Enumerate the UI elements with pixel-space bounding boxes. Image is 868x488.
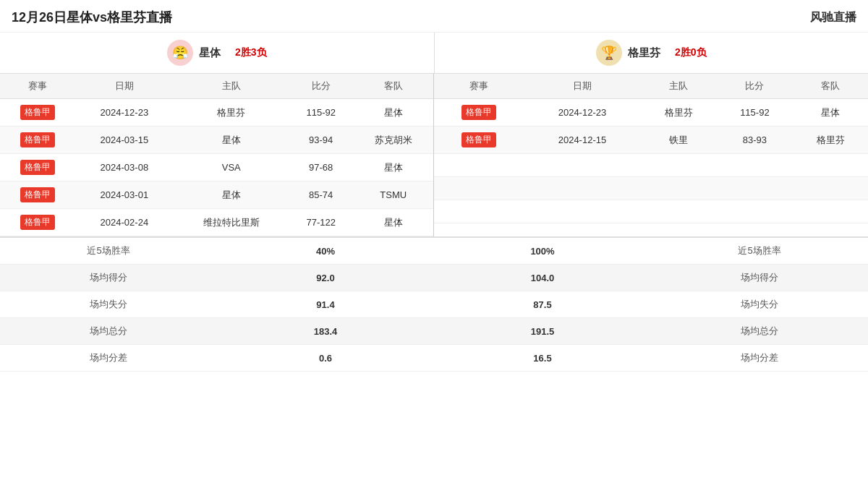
stats-section: 近5场胜率 40% 100% 近5场胜率 场均得分 92.0 104.0 场均得… — [0, 236, 868, 372]
game-date: 2024-03-01 — [75, 181, 174, 209]
game-date: 2024-12-23 — [75, 99, 174, 127]
game-date: 2024-12-23 — [523, 99, 642, 127]
empty-row — [434, 200, 868, 223]
event-tag: 格鲁甲 — [0, 154, 75, 181]
stat-row: 场均失分 91.4 87.5 场均失分 — [0, 291, 868, 318]
table-row: 格鲁甲 2024-12-23 格里芬 115-92 星体 — [0, 99, 433, 127]
stat-value-left: 91.4 — [217, 291, 434, 318]
home-team: 铁里 — [642, 127, 716, 154]
stat-label-left: 场均得分 — [0, 265, 217, 291]
stat-label-right: 场均得分 — [651, 265, 868, 291]
right-col-date: 日期 — [523, 74, 642, 99]
right-team-record: 2胜0负 — [675, 46, 707, 59]
stat-label-right: 近5场胜率 — [651, 238, 868, 265]
empty-row — [434, 177, 868, 200]
game-score: 85-74 — [289, 181, 353, 209]
away-team: 星体 — [793, 99, 868, 127]
stat-row: 近5场胜率 40% 100% 近5场胜率 — [0, 238, 868, 265]
away-team: 苏克胡米 — [353, 127, 433, 154]
right-col-score: 比分 — [716, 74, 793, 99]
table-row: 格鲁甲 2024-12-15 铁里 83-93 格里芬 — [434, 127, 868, 154]
stat-value-left: 0.6 — [217, 345, 434, 372]
game-score: 115-92 — [716, 99, 793, 127]
left-col-away: 客队 — [353, 74, 433, 99]
game-date: 2024-12-15 — [523, 127, 642, 154]
table-row: 格鲁甲 2024-03-15 星体 93-94 苏克胡米 — [0, 127, 433, 154]
away-team: 星体 — [353, 209, 433, 236]
left-team-name: 星体 — [199, 46, 221, 60]
left-team-header: 😤 星体 2胜3负 — [0, 33, 435, 73]
stat-row: 场均得分 92.0 104.0 场均得分 — [0, 265, 868, 291]
left-col-event: 赛事 — [0, 74, 75, 99]
left-team-record: 2胜3负 — [235, 46, 267, 59]
stat-value-right: 87.5 — [434, 291, 651, 318]
stat-label-right: 场均失分 — [651, 291, 868, 318]
brand-name: 风驰直播 — [810, 10, 856, 25]
stat-value-right: 104.0 — [434, 265, 651, 291]
right-col-home: 主队 — [642, 74, 716, 99]
table-row: 格鲁甲 2024-03-08 VSA 97-68 星体 — [0, 154, 433, 181]
right-team-header: 🏆 格里芬 2胜0负 — [435, 33, 869, 73]
stat-value-right: 16.5 — [434, 345, 651, 372]
stat-label-right: 场均总分 — [651, 318, 868, 345]
event-tag: 格鲁甲 — [0, 209, 75, 236]
header: 12月26日星体vs格里芬直播 风驰直播 — [0, 0, 868, 33]
tables-wrapper: 赛事 日期 主队 比分 客队 格鲁甲 2024-12-23 格里芬 115-92… — [0, 74, 868, 236]
left-col-date: 日期 — [75, 74, 174, 99]
stat-label-left: 场均总分 — [0, 318, 217, 345]
event-tag: 格鲁甲 — [434, 127, 523, 154]
stat-label-right: 场均分差 — [651, 345, 868, 372]
left-col-home: 主队 — [174, 74, 289, 99]
left-col-score: 比分 — [289, 74, 353, 99]
right-team-name: 格里芬 — [628, 46, 660, 60]
event-tag: 格鲁甲 — [434, 99, 523, 127]
page-wrapper: 12月26日星体vs格里芬直播 风驰直播 😤 星体 2胜3负 🏆 格里芬 2胜0… — [0, 0, 868, 372]
left-game-table: 赛事 日期 主队 比分 客队 格鲁甲 2024-12-23 格里芬 115-92… — [0, 74, 433, 236]
home-team: VSA — [174, 154, 289, 181]
game-score: 115-92 — [289, 99, 353, 127]
right-game-table: 赛事 日期 主队 比分 客队 格鲁甲 2024-12-23 格里芬 115-92… — [434, 74, 868, 223]
game-date: 2024-03-15 — [75, 127, 174, 154]
stat-label-left: 场均分差 — [0, 345, 217, 372]
event-tag: 格鲁甲 — [0, 181, 75, 209]
away-team: 星体 — [353, 99, 433, 127]
page-title: 12月26日星体vs格里芬直播 — [12, 9, 172, 26]
right-team-icon: 🏆 — [596, 40, 622, 66]
right-col-event: 赛事 — [434, 74, 523, 99]
stat-value-right: 100% — [434, 238, 651, 265]
event-tag: 格鲁甲 — [0, 99, 75, 127]
teams-row: 😤 星体 2胜3负 🏆 格里芬 2胜0负 — [0, 33, 868, 74]
table-row: 格鲁甲 2024-02-24 维拉特比里斯 77-122 星体 — [0, 209, 433, 236]
stat-value-left: 40% — [217, 238, 434, 265]
home-team: 星体 — [174, 127, 289, 154]
right-table-section: 赛事 日期 主队 比分 客队 格鲁甲 2024-12-23 格里芬 115-92… — [434, 74, 868, 236]
stat-row: 场均总分 183.4 191.5 场均总分 — [0, 318, 868, 345]
stat-label-left: 近5场胜率 — [0, 238, 217, 265]
stats-table: 近5场胜率 40% 100% 近5场胜率 场均得分 92.0 104.0 场均得… — [0, 238, 868, 372]
stat-value-right: 191.5 — [434, 318, 651, 345]
away-team: 星体 — [353, 154, 433, 181]
game-date: 2024-03-08 — [75, 154, 174, 181]
home-team: 星体 — [174, 181, 289, 209]
home-team: 格里芬 — [174, 99, 289, 127]
left-team-icon: 😤 — [167, 40, 193, 66]
away-team: TSMU — [353, 181, 433, 209]
left-table-section: 赛事 日期 主队 比分 客队 格鲁甲 2024-12-23 格里芬 115-92… — [0, 74, 434, 236]
game-score: 97-68 — [289, 154, 353, 181]
table-row: 格鲁甲 2024-12-23 格里芬 115-92 星体 — [434, 99, 868, 127]
home-team: 格里芬 — [642, 99, 716, 127]
away-team: 格里芬 — [793, 127, 868, 154]
game-score: 83-93 — [716, 127, 793, 154]
game-score: 93-94 — [289, 127, 353, 154]
game-date: 2024-02-24 — [75, 209, 174, 236]
empty-row — [434, 154, 868, 177]
stat-label-left: 场均失分 — [0, 291, 217, 318]
stat-value-left: 183.4 — [217, 318, 434, 345]
game-score: 77-122 — [289, 209, 353, 236]
stat-value-left: 92.0 — [217, 265, 434, 291]
event-tag: 格鲁甲 — [0, 127, 75, 154]
right-col-away: 客队 — [793, 74, 868, 99]
home-team: 维拉特比里斯 — [174, 209, 289, 236]
stat-row: 场均分差 0.6 16.5 场均分差 — [0, 345, 868, 372]
table-row: 格鲁甲 2024-03-01 星体 85-74 TSMU — [0, 181, 433, 209]
